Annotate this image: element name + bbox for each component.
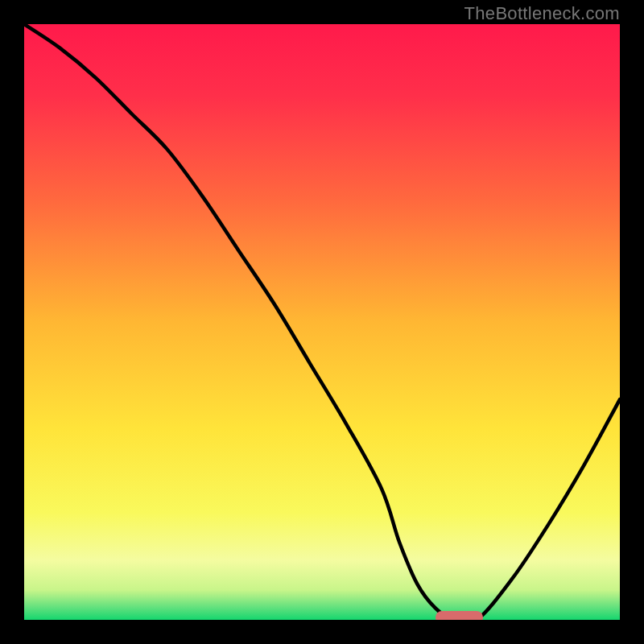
chart-frame: TheBottleneck.com: [0, 0, 644, 644]
watermark-text: TheBottleneck.com: [464, 3, 620, 24]
bottleneck-curve: [24, 24, 620, 620]
optimum-marker: [436, 611, 483, 620]
plot-area: [24, 24, 620, 620]
